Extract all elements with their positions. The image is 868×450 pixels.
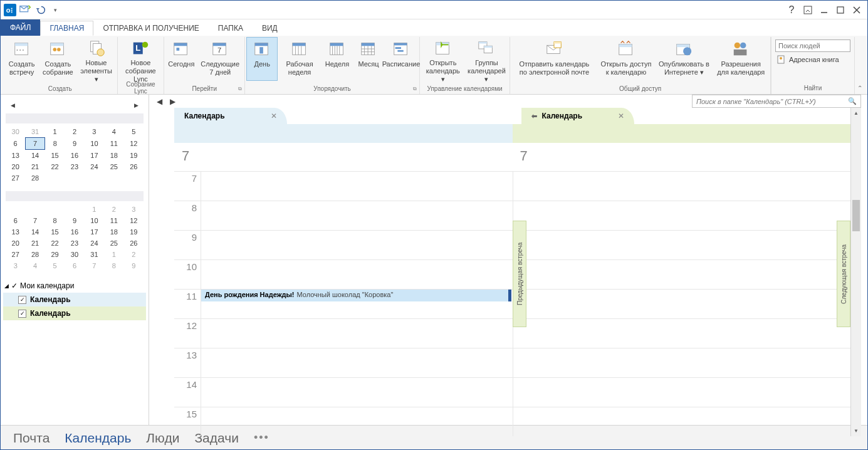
minical-day[interactable]: 8 [104,260,123,271]
nav-prev-icon[interactable]: ◀ [155,96,164,107]
minical-day[interactable]: 24 [85,238,104,249]
minical-day[interactable]: 18 [104,226,123,238]
minical-day[interactable]: 22 [45,238,65,249]
minical-day[interactable]: 6 [6,215,25,226]
tab-send-receive[interactable]: ОТПРАВКА И ПОЛУЧЕНИЕ [93,21,208,36]
share-calendar-button[interactable]: Открыть доступ к календарю [597,37,656,81]
time-row[interactable]: 11День рождения Надежды!Молочный шоколад… [174,289,513,318]
minical-day[interactable]: 10 [85,215,104,226]
week-view-button[interactable]: Неделя [322,37,353,81]
minimize-button[interactable] [816,3,832,18]
calendar-group-header[interactable]: ◢ ✓ Мои календари [3,279,146,293]
minical-day[interactable]: 21 [25,238,44,249]
time-slot[interactable] [513,348,851,377]
minical-day[interactable]: 9 [124,260,144,271]
time-row[interactable] [513,289,851,318]
time-slot[interactable] [513,201,851,230]
minical-day[interactable]: 17 [85,150,104,162]
time-row[interactable]: 12 [174,318,513,348]
minical-day[interactable] [85,172,104,184]
time-row[interactable]: 14 [174,377,513,407]
arrange-dialog-icon[interactable]: ⧉ [413,86,417,92]
new-items-button[interactable]: Новые элементы ▾ [77,37,116,81]
email-calendar-button[interactable]: Отправить календарь по электронной почте [511,37,597,81]
minical-day[interactable]: 3 [124,204,144,215]
minical-day[interactable]: 13 [6,226,25,238]
time-slot[interactable] [513,172,851,201]
minical-day[interactable]: 1 [45,126,65,138]
minical-next-icon[interactable]: ▶ [132,101,141,110]
scroll-down-icon[interactable]: ▼ [851,426,861,436]
qat-customize-icon[interactable]: ▾ [48,3,62,17]
close-button[interactable] [849,3,865,18]
calendar-search[interactable]: 🔍 [692,95,861,108]
time-row[interactable]: 8 [174,201,513,230]
minical-day[interactable]: 12 [124,215,144,226]
time-slot[interactable] [201,201,513,230]
minical-day[interactable]: 3 [6,260,25,271]
minical-day[interactable] [65,204,84,215]
minical-day[interactable]: 28 [25,172,44,184]
new-meeting-button[interactable]: Создать собрание [39,37,76,81]
calendar-permissions-button[interactable]: Разрешения для календаря [713,37,769,81]
time-row[interactable] [513,201,851,230]
search-people-input[interactable] [775,39,850,52]
calendar-event[interactable]: День рождения Надежды!Молочный шоколад "… [201,290,511,301]
minical-day[interactable]: 6 [6,138,25,150]
minical-day[interactable]: 29 [45,249,65,260]
time-slot[interactable] [513,231,851,259]
calendar-tab-1[interactable]: Календарь ✕ [174,108,287,124]
minical-day[interactable]: 22 [45,161,65,172]
publish-online-button[interactable]: Опубликовать в Интернете ▾ [655,37,713,81]
time-slot[interactable] [201,260,513,289]
minical-day[interactable]: 18 [104,150,123,162]
minical-day[interactable]: 26 [124,161,144,172]
minical-day[interactable]: 15 [45,226,65,238]
schedule-view-button[interactable]: Расписание [384,37,418,81]
minical-day[interactable] [124,172,144,184]
collapse-ribbon-icon[interactable]: ⌃ [855,82,865,94]
minical-day[interactable]: 25 [104,238,123,249]
tab-folder[interactable]: ПАПКА [209,21,253,36]
day-view-button[interactable]: День [246,37,278,81]
minical-day[interactable]: 26 [124,238,144,249]
time-row[interactable] [513,318,851,348]
minical-day[interactable]: 24 [85,161,104,172]
minical-day[interactable]: 27 [6,172,25,184]
vertical-scrollbar[interactable]: ▲ ▼ [850,108,861,436]
minical-day[interactable]: 11 [104,215,123,226]
minical-day[interactable]: 3 [85,126,104,138]
minical-day[interactable]: 19 [124,226,144,238]
calendar-search-input[interactable] [696,98,848,105]
time-slot[interactable] [201,348,513,377]
tab-view[interactable]: ВИД [253,21,287,36]
minical-day[interactable]: 7 [85,260,104,271]
time-slot[interactable] [513,378,851,407]
group-checkbox[interactable]: ✓ [11,281,18,290]
minical-day[interactable]: 30 [6,126,25,138]
nav-calendar[interactable]: Календарь [65,431,131,446]
help-button[interactable]: ? [783,3,800,18]
time-row[interactable]: 7 [174,171,513,201]
cal-checkbox[interactable]: ✓ [18,310,26,318]
minical-day[interactable]: 23 [65,238,84,249]
minical-day[interactable] [104,172,123,184]
search-icon[interactable]: 🔍 [848,97,857,105]
minical-day[interactable] [45,204,65,215]
time-row[interactable]: 10 [174,259,513,289]
open-calendar-button[interactable]: Открыть календарь ▾ [421,37,465,81]
minical-day[interactable] [45,172,65,184]
minical-day[interactable]: 5 [124,126,144,138]
minical-day[interactable]: 9 [65,138,84,150]
minical-day[interactable]: 23 [65,161,84,172]
time-grid-1[interactable]: 7891011День рождения Надежды!Молочный шо… [174,171,513,436]
minical-day[interactable]: 16 [65,226,84,238]
time-slot[interactable] [513,260,851,289]
merge-back-icon[interactable]: ⬅ [531,112,537,120]
minical-day[interactable]: 1 [85,204,104,215]
cal-checkbox[interactable]: ✓ [18,296,26,304]
calendar-tab-2[interactable]: ⬅ Календарь ✕ [521,108,634,124]
close-tab-icon[interactable]: ✕ [618,112,624,120]
minical-day[interactable]: 20 [6,238,25,249]
minical-day[interactable]: 1 [104,249,123,260]
